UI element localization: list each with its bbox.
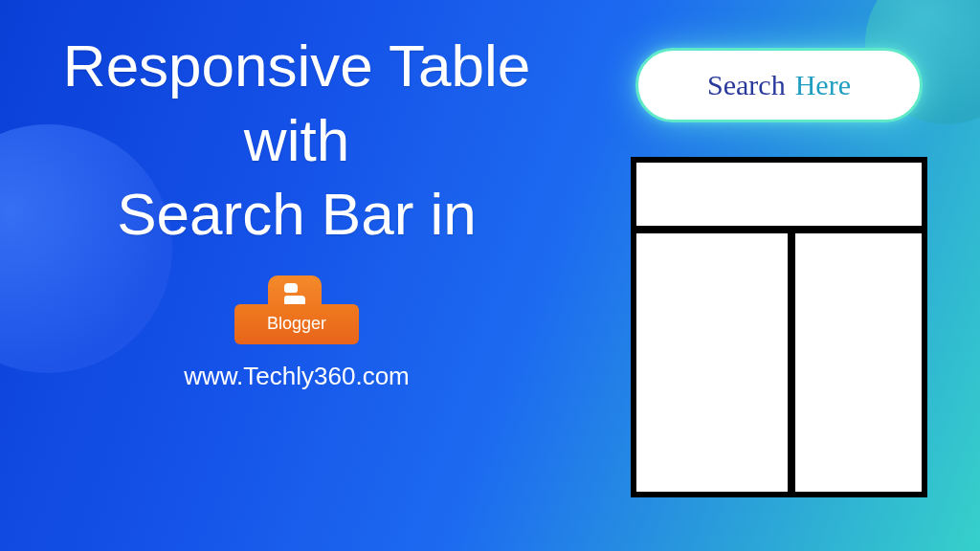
table-body [636, 233, 922, 492]
search-text-2: Here [795, 69, 851, 101]
main-title: Responsive Table with Search Bar in [29, 29, 565, 252]
right-content: Search Here [616, 48, 942, 497]
table-header-row [636, 163, 922, 233]
blogger-logo: Blogger [234, 276, 359, 344]
blogger-logo-wrap: Blogger [234, 276, 359, 344]
blogger-body: Blogger [234, 304, 359, 344]
search-text-1: Search [707, 69, 786, 101]
search-bar[interactable]: Search Here [635, 48, 923, 122]
website-url: www.Techly360.com [29, 362, 565, 391]
left-content: Responsive Table with Search Bar in Blog… [29, 29, 565, 391]
blogger-label: Blogger [267, 314, 326, 334]
table-column-1 [636, 233, 795, 492]
table-column-2 [795, 233, 922, 492]
title-line-3: Search Bar in [29, 177, 565, 252]
table-illustration [631, 157, 927, 497]
title-line-1: Responsive Table [29, 29, 565, 103]
title-line-2: with [29, 103, 565, 178]
